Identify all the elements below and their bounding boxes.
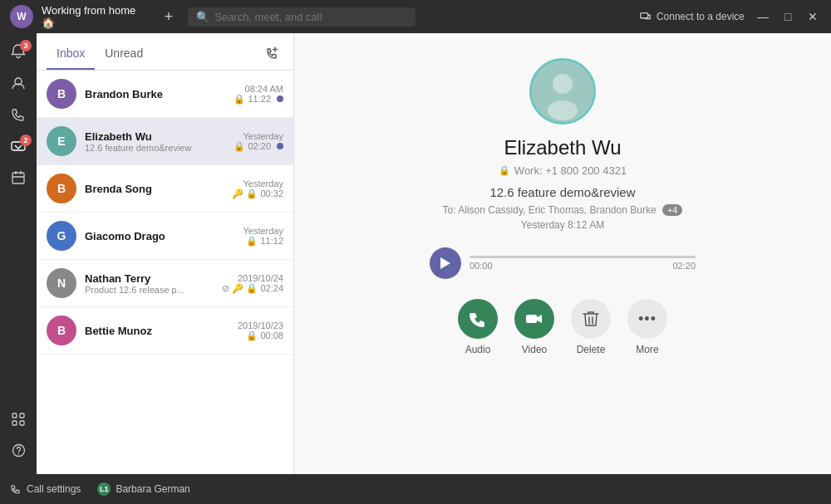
msg-right: 2019/10/24 ⊘ 🔑 🔒 02:24 bbox=[222, 273, 283, 294]
msg-time: 🔒 11:12 bbox=[243, 236, 283, 247]
svg-rect-6 bbox=[12, 421, 17, 425]
delete-button[interactable] bbox=[571, 299, 611, 339]
time-start: 00:00 bbox=[470, 261, 493, 271]
tabs: Inbox Unread bbox=[47, 40, 153, 70]
svg-point-11 bbox=[553, 74, 573, 94]
msg-date: 08:24 AM bbox=[234, 84, 283, 94]
plus-badge: +4 bbox=[662, 204, 683, 216]
panel-action-btn[interactable] bbox=[262, 42, 283, 67]
maximize-button[interactable]: □ bbox=[779, 8, 796, 25]
msg-right: 08:24 AM 🔒 11:22 bbox=[234, 84, 283, 105]
audio-player: 00:00 02:20 bbox=[430, 247, 696, 279]
calls-icon bbox=[11, 107, 26, 126]
list-item[interactable]: B Bettie Munoz 2019/10/23 🔒 00:08 bbox=[37, 307, 293, 355]
unread-dot bbox=[277, 95, 283, 102]
tab-unread[interactable]: Unread bbox=[95, 40, 153, 70]
sidebar-item-apps[interactable] bbox=[3, 406, 33, 436]
msg-sub: Product 12.6 release p... bbox=[85, 285, 214, 295]
sidebar-item-chat[interactable] bbox=[3, 70, 33, 100]
msg-time: 🔑 🔒 00:32 bbox=[232, 188, 283, 199]
title-bar: W Working from home 🏠 + 🔍 Connect to a d… bbox=[0, 0, 831, 33]
msg-right: 2019/10/23 🔒 00:08 bbox=[238, 321, 283, 341]
time-end: 02:20 bbox=[672, 261, 696, 271]
lock-icon: 🔒 bbox=[234, 94, 245, 105]
sidebar-item-help[interactable] bbox=[3, 438, 33, 467]
delete-label: Delete bbox=[577, 344, 606, 355]
close-button[interactable]: ✕ bbox=[804, 8, 821, 25]
sender-name: Elizabeth Wu bbox=[85, 130, 225, 143]
tab-inbox[interactable]: Inbox bbox=[47, 40, 95, 70]
svg-rect-5 bbox=[20, 413, 24, 418]
msg-date: Yesterday bbox=[243, 226, 283, 236]
svg-point-9 bbox=[17, 453, 18, 454]
activity-badge: 3 bbox=[20, 40, 32, 51]
msg-content: Brenda Song bbox=[85, 183, 224, 195]
list-item[interactable]: B Brandon Burke 08:24 AM 🔒 11:22 bbox=[37, 71, 293, 118]
list-item[interactable]: B Brenda Song Yesterday 🔑 🔒 00:32 bbox=[37, 165, 293, 213]
title-bar-right: Connect to a device — □ ✕ bbox=[416, 8, 821, 25]
list-item[interactable]: N Nathan Terry Product 12.6 release p...… bbox=[37, 260, 293, 307]
lock-icon: 🔒 bbox=[246, 330, 258, 341]
voicemail-date: Yesterday 8:12 AM bbox=[521, 219, 604, 231]
audio-label: Audio bbox=[465, 344, 491, 355]
add-button[interactable]: + bbox=[158, 8, 180, 26]
list-item[interactable]: G Giacomo Drago Yesterday 🔒 11:12 bbox=[37, 213, 293, 260]
list-item[interactable]: E Elizabeth Wu 12.6 feature demo&review … bbox=[37, 118, 293, 165]
lock-icon: 🔒 bbox=[246, 188, 258, 199]
play-button[interactable] bbox=[430, 247, 461, 279]
more-action: ••• More bbox=[627, 299, 667, 355]
svg-rect-3 bbox=[12, 173, 24, 183]
more-label: More bbox=[636, 344, 658, 355]
msg-right: Yesterday 🔒 02:20 bbox=[234, 131, 283, 152]
sidebar-item-calendar[interactable] bbox=[3, 164, 33, 194]
minimize-button[interactable]: — bbox=[755, 8, 771, 25]
msg-date: 2019/10/23 bbox=[238, 321, 283, 330]
sidebar-item-activity[interactable]: 3 bbox=[3, 38, 33, 68]
svg-point-8 bbox=[12, 445, 24, 457]
sender-name: Giacomo Drago bbox=[85, 230, 234, 242]
connect-device-btn[interactable]: Connect to a device bbox=[640, 11, 745, 22]
window-controls: — □ ✕ bbox=[755, 8, 821, 25]
lock-small-icon: 🔒 bbox=[499, 165, 510, 176]
contact-name: Elizabeth Wu bbox=[504, 136, 622, 159]
apps-icon bbox=[12, 413, 25, 430]
avatar: G bbox=[47, 221, 76, 251]
msg-sub: 12.6 feature demo&review bbox=[85, 143, 225, 153]
sender-name: Brenda Song bbox=[85, 183, 224, 195]
video-action: Video bbox=[514, 299, 554, 355]
msg-content: Nathan Terry Product 12.6 release p... bbox=[85, 272, 214, 295]
detail-panel: Elizabeth Wu 🔒 Work: +1 800 200 4321 12.… bbox=[294, 33, 831, 474]
sidebar-item-voicemail[interactable]: 2 bbox=[3, 133, 33, 163]
sidebar-bottom bbox=[3, 406, 33, 474]
progress-track[interactable] bbox=[470, 256, 696, 258]
audio-call-button[interactable] bbox=[458, 299, 498, 339]
voicemail-badge: 2 bbox=[20, 135, 32, 146]
voicemail-panel: Inbox Unread B Brandon Burke 08:24 AM bbox=[37, 33, 294, 474]
more-button[interactable]: ••• bbox=[627, 299, 667, 339]
user-name: Barbara German bbox=[116, 483, 189, 495]
call-settings[interactable]: Call settings bbox=[10, 483, 81, 495]
avatar: N bbox=[47, 268, 76, 298]
search-input[interactable] bbox=[214, 11, 407, 23]
search-bar[interactable]: 🔍 bbox=[188, 7, 416, 27]
lock-icon: 🔒 bbox=[234, 141, 245, 152]
sender-name: Nathan Terry bbox=[85, 272, 214, 285]
key-icon: 🔑 bbox=[232, 188, 243, 199]
message-list: B Brandon Burke 08:24 AM 🔒 11:22 E E bbox=[37, 71, 293, 474]
audio-action: Audio bbox=[458, 299, 498, 355]
search-icon: 🔍 bbox=[196, 11, 209, 23]
calendar-icon bbox=[11, 170, 26, 189]
msg-time: 🔒 11:22 bbox=[234, 94, 283, 105]
delete-action: Delete bbox=[571, 299, 611, 355]
video-call-button[interactable] bbox=[514, 299, 554, 339]
bottom-bar: Call settings L1 Barbara German bbox=[0, 474, 831, 504]
svg-rect-7 bbox=[20, 421, 24, 425]
msg-right: Yesterday 🔑 🔒 00:32 bbox=[232, 179, 283, 199]
avatar: B bbox=[47, 174, 76, 203]
avatar: B bbox=[47, 79, 76, 109]
expired-icon: ⊘ bbox=[222, 283, 229, 294]
svg-point-12 bbox=[548, 100, 578, 120]
bottom-user: L1 Barbara German bbox=[97, 482, 189, 496]
msg-time: 🔒 02:20 bbox=[234, 141, 283, 152]
sidebar-item-calls[interactable] bbox=[3, 101, 33, 131]
